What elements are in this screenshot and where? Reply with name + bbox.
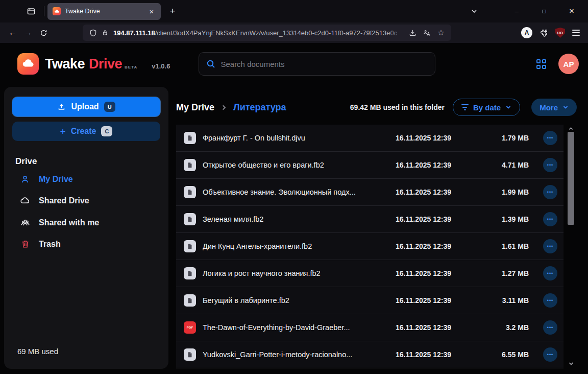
file-date: 16.11.2025 12:39 <box>396 161 480 169</box>
file-more-button[interactable]: ••• <box>543 347 557 362</box>
browser-window: Twake Drive × + – □ × ← → 194.87.111.18/… <box>0 0 588 374</box>
file-size: 6.55 MB <box>480 350 529 359</box>
scroll-down-icon[interactable] <box>568 361 574 367</box>
window-minimize-button[interactable]: – <box>509 4 524 18</box>
reload-button[interactable] <box>36 26 51 40</box>
file-size: 3.11 MB <box>480 296 529 305</box>
file-row[interactable]: PDF Бегущий в лабиринте.fb2 16.11.2025 1… <box>176 287 564 314</box>
search-icon <box>206 59 215 68</box>
sidebar-item-my-drive[interactable]: My Drive <box>12 169 160 190</box>
brand-twake: Twake <box>45 56 85 72</box>
folder-header: My Drive Литература 69.42 MB used in thi… <box>176 98 577 116</box>
window-maximize-button[interactable]: □ <box>537 4 551 18</box>
sidebar-item-shared-drive[interactable]: Shared Drive <box>12 190 160 212</box>
file-row[interactable]: PDF Открытое общество и его враги.fb2 16… <box>176 152 564 179</box>
translate-icon[interactable] <box>421 27 433 39</box>
sidebar-item-shared-with-me[interactable]: Shared with me <box>12 212 160 233</box>
file-more-button[interactable]: ••• <box>543 239 557 253</box>
chevron-right-icon <box>220 104 227 111</box>
firefox-view-icon[interactable] <box>22 4 40 19</box>
breadcrumb-root[interactable]: My Drive <box>176 102 214 113</box>
file-more-button[interactable]: ••• <box>543 131 557 145</box>
file-more-button[interactable]: ••• <box>543 293 557 308</box>
scrollbar-thumb[interactable] <box>568 132 574 225</box>
ellipsis-icon: ••• <box>547 136 553 141</box>
menu-hamburger-icon[interactable] <box>572 30 580 35</box>
file-name: Логика и рост научного знания.fb2 <box>203 269 396 277</box>
lock-warning-icon[interactable] <box>99 27 111 39</box>
document-file-icon: PDF <box>184 159 196 171</box>
user-icon <box>19 174 31 184</box>
address-bar[interactable]: 194.87.111.18/client/3odX4PaYnjENkSxKErv… <box>83 25 451 41</box>
user-avatar[interactable]: AP <box>558 54 579 74</box>
scroll-up-icon[interactable] <box>568 126 574 131</box>
file-row[interactable]: PDF Yudkovski_Garri-Potter-i-metody-raci… <box>176 341 564 368</box>
file-more-button[interactable]: ••• <box>543 185 557 199</box>
app-grid-icon[interactable] <box>536 59 546 69</box>
bookmark-star-icon[interactable]: ☆ <box>435 27 447 39</box>
back-button[interactable]: ← <box>5 26 20 40</box>
container-profile-icon[interactable]: A <box>521 27 532 38</box>
new-tab-button[interactable]: + <box>165 4 180 19</box>
document-file-icon: PDF <box>184 240 196 252</box>
file-date: 16.11.2025 12:39 <box>396 296 480 305</box>
file-more-button[interactable]: ••• <box>543 158 557 172</box>
file-size: 1.99 MB <box>480 188 529 196</box>
file-size: 4.71 MB <box>480 161 529 169</box>
file-name: Бегущий в лабиринте.fb2 <box>203 296 396 305</box>
window-close-button[interactable]: × <box>565 4 579 18</box>
file-size: 1.61 MB <box>480 242 529 250</box>
file-row[interactable]: PDF The-Dawn-of-Everything-by-David-Grae… <box>176 314 564 341</box>
document-file-icon: PDF <box>184 348 196 361</box>
document-file-icon: PDF <box>184 294 196 307</box>
pdf-file-icon: PDF <box>184 321 196 334</box>
file-date: 16.11.2025 12:39 <box>396 323 480 332</box>
people-icon <box>19 217 31 228</box>
search-input[interactable] <box>220 60 428 68</box>
app-header: Twake Drive BETA v1.0.6 AP <box>0 43 588 85</box>
file-row[interactable]: PDF Объективное знание. Эволюционный под… <box>176 179 564 206</box>
file-more-button[interactable]: ••• <box>543 320 557 335</box>
storage-usage-label: 69 MB used <box>17 347 160 356</box>
browser-tab[interactable]: Twake Drive × <box>47 3 161 20</box>
save-page-icon[interactable] <box>406 27 419 39</box>
ellipsis-icon: ••• <box>547 325 553 330</box>
file-name: Открытое общество и его враги.fb2 <box>203 161 396 169</box>
file-size: 1.27 MB <box>480 269 529 277</box>
file-row[interactable]: PDF Зеленая миля.fb2 16.11.2025 12:39 1.… <box>176 206 564 233</box>
chevron-down-icon <box>562 104 569 110</box>
list-all-tabs-icon[interactable] <box>471 8 478 15</box>
document-file-icon: PDF <box>184 186 196 198</box>
file-name: Yudkovski_Garri-Potter-i-metody-racional… <box>203 350 396 359</box>
file-size: 1.39 MB <box>480 215 529 223</box>
file-more-button[interactable]: ••• <box>543 212 557 226</box>
ellipsis-icon: ••• <box>547 271 553 276</box>
file-row[interactable]: PDF Франкфурт Г. - On bullshit.djvu 16.1… <box>176 125 564 152</box>
search-bar[interactable] <box>199 52 435 76</box>
file-size: 3.2 MB <box>480 323 529 332</box>
tab-title: Twake Drive <box>65 8 146 15</box>
pdf-badge: PDF <box>187 326 193 329</box>
forward-button[interactable]: → <box>20 26 36 40</box>
tab-close-icon[interactable]: × <box>146 6 157 16</box>
sort-by-date-button[interactable]: By date <box>453 99 520 116</box>
file-date: 16.11.2025 12:39 <box>396 350 480 359</box>
file-more-button[interactable]: ••• <box>543 266 557 280</box>
ellipsis-icon: ••• <box>547 298 553 303</box>
twake-logo-icon[interactable] <box>17 53 39 75</box>
create-button[interactable]: + Create C <box>12 122 160 141</box>
sidebar-item-trash[interactable]: Trash <box>12 233 160 254</box>
file-row[interactable]: PDF Логика и рост научного знания.fb2 16… <box>176 260 564 287</box>
sidebar-item-label: My Drive <box>39 175 73 184</box>
sidebar: Upload U + Create C Drive My Drive <box>4 87 168 369</box>
ellipsis-icon: ••• <box>547 244 553 249</box>
extensions-puzzle-icon[interactable] <box>540 29 548 37</box>
more-button[interactable]: More <box>531 99 577 116</box>
ellipsis-icon: ••• <box>547 190 553 195</box>
ublock-origin-icon[interactable]: UO <box>555 28 565 38</box>
file-row[interactable]: PDF Дин Кунц Ангелы-хранители.fb2 16.11.… <box>176 233 564 260</box>
tracking-shield-icon[interactable] <box>87 27 99 39</box>
scrollbar[interactable] <box>568 125 575 369</box>
upload-button[interactable]: Upload U <box>12 97 160 116</box>
upload-shortcut-badge: U <box>104 102 115 112</box>
